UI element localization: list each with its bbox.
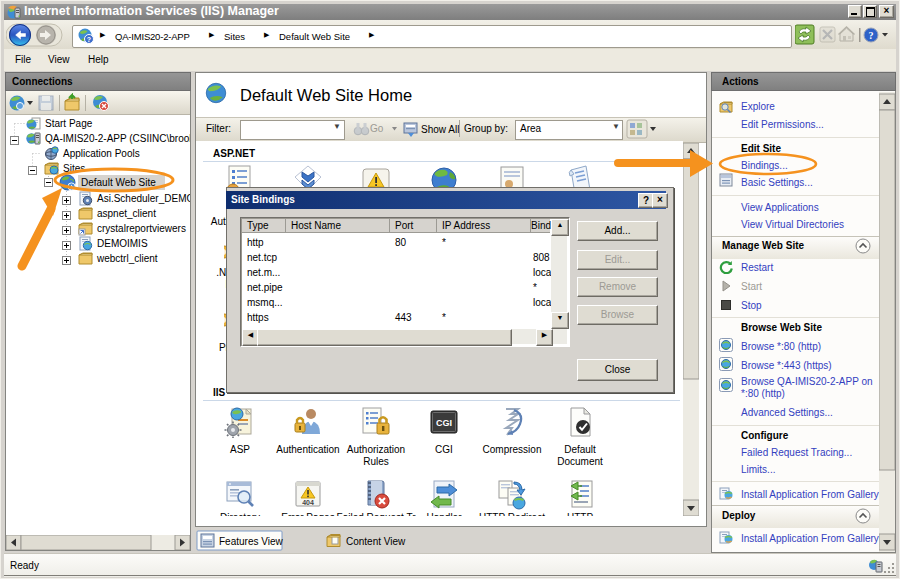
svg-text:404: 404 [302,499,314,506]
svg-text:?: ? [869,30,874,41]
svg-text:?: ? [87,36,91,43]
svg-text:Content View: Content View [346,536,406,547]
svg-text:CGI: CGI [436,418,452,428]
svg-text:Features View: Features View [219,536,284,547]
